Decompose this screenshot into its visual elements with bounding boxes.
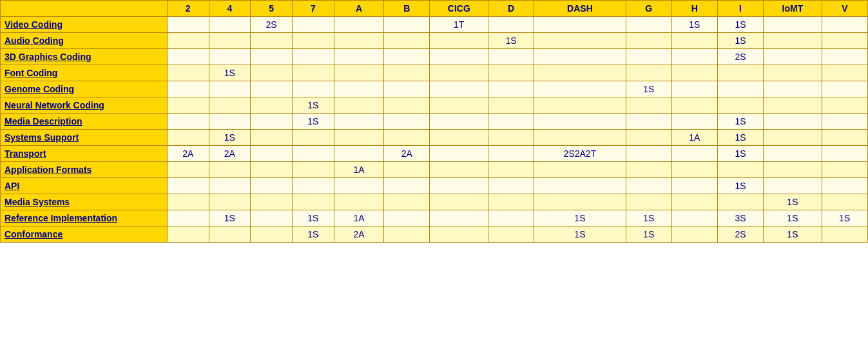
data-cell <box>251 130 293 146</box>
data-cell <box>167 178 209 194</box>
data-cell <box>430 210 488 226</box>
data-cell: 2A <box>167 146 209 162</box>
table-row: Media Systems1S <box>1 194 868 210</box>
data-cell <box>251 226 293 243</box>
data-cell <box>251 33 293 49</box>
data-cell <box>764 97 822 114</box>
data-cell <box>167 210 209 226</box>
data-cell <box>209 97 251 114</box>
row-label[interactable]: Video Coding <box>1 17 168 33</box>
data-cell <box>764 146 822 162</box>
data-cell: 1S <box>822 210 867 226</box>
data-cell <box>251 65 293 81</box>
data-cell <box>334 146 384 162</box>
data-cell <box>488 210 534 226</box>
data-cell <box>764 178 822 194</box>
row-label[interactable]: Audio Coding <box>1 33 168 49</box>
data-cell <box>534 49 626 65</box>
col-header-IoMT: IoMT <box>764 1 822 17</box>
row-label[interactable]: Transport <box>1 146 168 162</box>
table-row: Transport2A2A2A2S2A2T1S <box>1 146 868 162</box>
data-cell <box>671 49 717 65</box>
data-cell: 2S <box>251 17 293 33</box>
table-row: Systems Support1S1A1S <box>1 130 868 146</box>
data-cell <box>292 162 334 178</box>
row-label[interactable]: Font Coding <box>1 65 168 81</box>
data-cell <box>167 97 209 114</box>
data-cell <box>534 33 626 49</box>
data-cell <box>534 194 626 210</box>
data-cell <box>488 49 534 65</box>
data-cell <box>488 17 534 33</box>
data-cell <box>717 194 763 210</box>
data-cell <box>251 114 293 130</box>
data-cell <box>334 49 384 65</box>
table-row: Video Coding2S1T1S1S <box>1 17 868 33</box>
data-cell <box>488 178 534 194</box>
data-cell: 1S <box>209 210 251 226</box>
col-header-CICG: CICG <box>430 1 488 17</box>
data-cell <box>626 65 671 81</box>
data-cell <box>822 178 867 194</box>
data-cell: 1S <box>717 114 763 130</box>
data-cell <box>671 65 717 81</box>
row-label[interactable]: Genome Coding <box>1 81 168 97</box>
data-cell <box>822 146 867 162</box>
row-label[interactable]: Neural Network Coding <box>1 97 168 114</box>
data-cell <box>384 49 430 65</box>
row-label[interactable]: Application Formats <box>1 162 168 178</box>
data-cell <box>671 210 717 226</box>
data-cell: 1S <box>764 210 822 226</box>
data-cell: 2A <box>384 146 430 162</box>
row-label[interactable]: Reference Implementation <box>1 210 168 226</box>
data-cell <box>534 17 626 33</box>
data-cell <box>384 65 430 81</box>
data-cell <box>430 33 488 49</box>
data-cell <box>534 178 626 194</box>
data-cell <box>384 178 430 194</box>
data-cell <box>488 146 534 162</box>
data-cell <box>764 49 822 65</box>
data-cell <box>488 65 534 81</box>
row-label[interactable]: Media Systems <box>1 194 168 210</box>
header-row: 2 4 5 7 A B CICG D DASH G H I IoMT V <box>1 1 868 17</box>
col-header-A: A <box>334 1 384 17</box>
data-cell <box>764 81 822 97</box>
data-cell <box>671 33 717 49</box>
col-header-7: 7 <box>292 1 334 17</box>
data-cell <box>671 226 717 243</box>
data-cell <box>822 97 867 114</box>
data-cell <box>209 49 251 65</box>
data-cell <box>334 81 384 97</box>
data-cell <box>384 226 430 243</box>
data-cell <box>626 146 671 162</box>
row-label[interactable]: Conformance <box>1 226 168 243</box>
data-cell <box>534 65 626 81</box>
data-cell <box>430 65 488 81</box>
data-cell <box>671 194 717 210</box>
data-cell <box>292 49 334 65</box>
data-cell <box>822 65 867 81</box>
data-cell: 1S <box>488 33 534 49</box>
data-cell <box>488 162 534 178</box>
row-label[interactable]: API <box>1 178 168 194</box>
data-cell <box>334 33 384 49</box>
row-label[interactable]: Media Description <box>1 114 168 130</box>
row-label[interactable]: 3D Graphics Coding <box>1 49 168 65</box>
col-header-label <box>1 1 168 17</box>
data-cell <box>822 194 867 210</box>
data-cell <box>430 162 488 178</box>
data-cell <box>671 178 717 194</box>
row-label[interactable]: Systems Support <box>1 130 168 146</box>
data-cell <box>626 178 671 194</box>
data-cell <box>251 194 293 210</box>
data-cell: 1S <box>534 210 626 226</box>
data-cell <box>626 33 671 49</box>
data-cell <box>626 194 671 210</box>
data-cell <box>626 130 671 146</box>
data-cell <box>430 97 488 114</box>
data-cell <box>167 81 209 97</box>
col-header-G: G <box>626 1 671 17</box>
data-cell <box>167 17 209 33</box>
data-cell <box>671 97 717 114</box>
